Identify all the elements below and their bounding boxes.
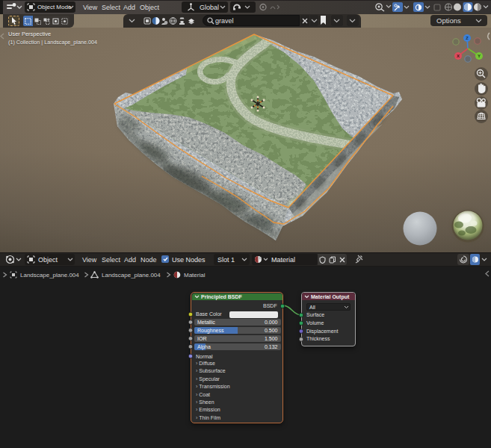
svg-text:Y: Y	[478, 54, 481, 58]
svg-text:X: X	[457, 54, 460, 58]
svg-text:Z: Z	[466, 36, 469, 40]
